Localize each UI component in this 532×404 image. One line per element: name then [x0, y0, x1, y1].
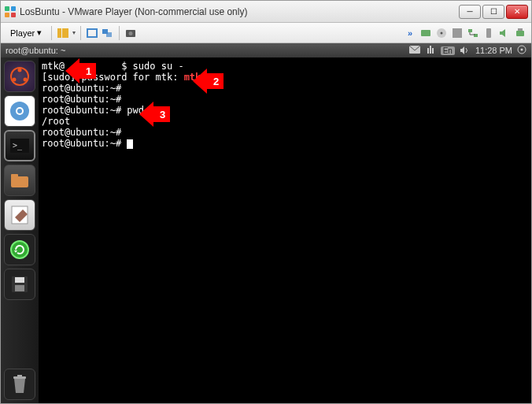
annotation-label-3: 3 [153, 106, 170, 122]
svg-point-10 [129, 32, 133, 35]
separator [51, 26, 52, 40]
close-button[interactable]: ✕ [506, 5, 528, 19]
annotation-arrow-2: 2 [193, 69, 224, 94]
svg-point-22 [521, 49, 523, 51]
svg-rect-8 [106, 32, 112, 37]
svg-point-29 [17, 109, 22, 113]
term-line-8: root@ubuntu:~# [42, 138, 127, 149]
separator [80, 26, 81, 40]
unity-icon[interactable] [102, 27, 114, 39]
term-line-6: /root [42, 116, 70, 127]
unity-launcher: >_ [1, 43, 39, 404]
dash-home-button[interactable] [4, 61, 35, 92]
svg-point-13 [441, 32, 443, 34]
terminal-body[interactable]: mtk@ $ sudo su - [sudo] password for mtk… [39, 43, 531, 404]
disk-icon[interactable] [419, 27, 432, 39]
annotation-label-2: 2 [207, 73, 224, 89]
svg-rect-32 [11, 176, 28, 187]
ubuntu-top-panel: root@ubuntu: ~ En 11:28 PM [1, 43, 531, 57]
gear-icon[interactable] [517, 45, 526, 56]
chevron-down-icon: ▾ [37, 28, 42, 38]
svg-rect-5 [62, 28, 68, 38]
player-menu-label: Player [10, 28, 35, 38]
terminal-title: root@ubuntu: ~ [6, 46, 409, 55]
svg-point-35 [11, 241, 28, 258]
svg-rect-14 [453, 28, 462, 38]
term-line-1b: $ sudo su - [121, 61, 183, 72]
svg-rect-11 [421, 30, 430, 36]
svg-rect-15 [468, 29, 472, 32]
sidebar-toggle-icon[interactable] [57, 27, 69, 39]
chromium-launcher[interactable] [4, 95, 35, 127]
fullscreen-icon[interactable] [86, 27, 98, 39]
window-title: LosBuntu - VMware Player (Non-commercial… [20, 6, 459, 17]
printer-icon[interactable] [514, 27, 526, 39]
term-line-4: root@ubuntu:~# [42, 94, 121, 105]
svg-rect-33 [11, 174, 18, 178]
text-editor-launcher[interactable] [4, 199, 35, 231]
snapshot-icon[interactable] [124, 27, 137, 39]
separator [119, 26, 120, 40]
svg-rect-3 [11, 13, 16, 17]
svg-rect-1 [11, 6, 16, 11]
annotation-label-1: 1 [79, 63, 96, 79]
minimize-button[interactable]: ─ [459, 5, 481, 19]
term-line-3: root@ubuntu:~# [42, 83, 121, 94]
software-updater-launcher[interactable] [4, 234, 35, 265]
maximize-button[interactable]: ☐ [482, 5, 504, 19]
svg-rect-18 [516, 31, 524, 36]
term-line-1a: mtk@ [42, 61, 65, 72]
svg-rect-4 [57, 28, 61, 38]
term-line-5: root@ubuntu:~# pwd [42, 105, 144, 116]
vm-display: root@ubuntu: ~ En 11:28 PM >_ [1, 43, 531, 404]
svg-rect-17 [486, 28, 491, 38]
trash-launcher[interactable] [4, 369, 35, 400]
sound-status-icon[interactable] [460, 46, 471, 55]
network-status-icon[interactable] [425, 45, 436, 56]
term-line-2a: [sudo] password for mtk: [42, 72, 184, 83]
chevron-down-icon[interactable]: ▾ [72, 29, 76, 36]
svg-rect-39 [13, 376, 26, 379]
svg-text:>_: >_ [13, 141, 23, 150]
status-area: En 11:28 PM [409, 45, 526, 56]
svg-point-24 [18, 69, 22, 72]
window-controls: ─ ☐ ✕ [459, 5, 528, 19]
vmware-toolbar: Player ▾ ▾ » [1, 23, 531, 43]
annotation-arrow-3: 3 [139, 102, 170, 127]
svg-rect-2 [5, 13, 9, 17]
svg-rect-40 [17, 375, 22, 376]
term-line-7: root@ubuntu:~# [42, 127, 121, 138]
usb-icon[interactable] [482, 27, 495, 39]
vmware-icon [4, 6, 17, 18]
cd-icon[interactable] [435, 27, 448, 39]
sound-icon[interactable] [498, 27, 511, 39]
svg-rect-38 [15, 285, 24, 291]
svg-point-25 [24, 78, 28, 82]
player-menu-button[interactable]: Player ▾ [6, 26, 46, 39]
svg-point-26 [13, 78, 17, 82]
mail-icon[interactable] [409, 46, 420, 55]
svg-rect-6 [87, 29, 97, 37]
svg-rect-19 [518, 28, 523, 31]
floppy-icon[interactable] [451, 27, 464, 39]
arrow-icon[interactable]: » [404, 27, 416, 39]
svg-rect-0 [5, 6, 9, 11]
save-launcher[interactable] [4, 269, 35, 300]
terminal-launcher[interactable]: >_ [4, 130, 35, 161]
network-icon[interactable] [467, 27, 479, 39]
language-indicator[interactable]: En [441, 46, 455, 55]
annotation-arrow-1: 1 [65, 58, 96, 83]
terminal-cursor [127, 139, 133, 149]
svg-rect-37 [15, 277, 24, 283]
files-launcher[interactable] [4, 165, 35, 196]
clock[interactable]: 11:28 PM [475, 46, 512, 55]
window-titlebar: LosBuntu - VMware Player (Non-commercial… [1, 1, 531, 23]
